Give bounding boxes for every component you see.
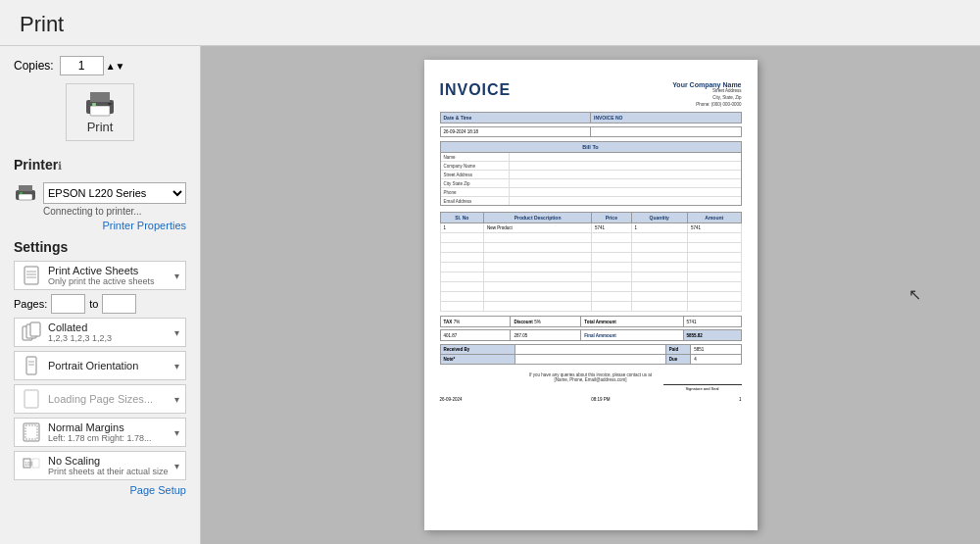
printer-name-select[interactable]: EPSON L220 Series [43,182,186,204]
margins-label: Normal Margins [48,421,172,433]
printer-section-title: Printer [14,157,58,173]
collated-icon [21,321,42,343]
collated-label: Collated [48,321,172,333]
setting-page-size[interactable]: Loading Page Sizes... ▾ [14,384,186,414]
printer-thumb-icon [14,184,37,202]
setting-scaling[interactable]: 100 No Scaling Print sheets at their act… [14,451,186,480]
bill-row-name: Name [441,153,741,162]
copies-row: Copies: ▲▼ [14,56,186,75]
active-sheets-arrow: ▾ [174,271,179,281]
tax-cell: TAX 7% [441,317,512,326]
table-row: 1 New Product 5741 1 5741 [440,223,741,233]
discount-cell: Discount 5% [511,317,581,326]
page-title: Print [20,12,64,36]
footer-time: 08:19 PM [591,397,610,402]
meta-invno-val [591,127,741,136]
footer-page: 1 [739,397,742,402]
final-amt-val: 5855.82 [684,330,741,340]
invoice-meta-values: 26-09-2024 18:18 [440,126,742,137]
pages-to-label: to [89,298,98,310]
margins-icon [21,421,42,443]
svg-rect-2 [90,106,110,116]
items-table: Sl. No Product Description Price Quantit… [440,212,742,312]
copies-input[interactable] [60,56,104,75]
total-amt-val: 5741 [684,317,741,326]
setting-orientation[interactable]: Portrait Orientation ▾ [14,351,186,380]
page-size-arrow: ▾ [174,394,179,405]
preview-area: INVOICE Your Company Name Street Address… [201,46,980,544]
svg-rect-6 [19,185,32,191]
svg-rect-4 [108,103,112,105]
table-row [440,263,741,272]
payment-table: Received By Paid 5851 Note* Due 4 [440,344,742,365]
invoice-company-name: Your Company Name [672,81,741,88]
total-amt-cell: Total Ammount [581,317,683,326]
copies-spinner[interactable]: ▲▼ [106,61,125,72]
payment-row-2: Note* Due 4 [440,355,741,365]
meta-date-header: Date & Time [441,113,592,123]
info-icon: ℹ [58,160,62,173]
invoice-footer-bottom: 26-09-2024 08:19 PM 1 [440,397,742,402]
invoice-title: INVOICE [440,81,512,99]
settings-section-title: Settings [14,239,186,255]
printer-status: Connecting to printer... [43,206,186,217]
invoice-meta: Date & Time INVOICE NO [440,112,742,124]
scaling-arrow: ▾ [174,461,179,471]
footer-contact: [Name, Phone, Email@address.com] [440,377,742,382]
page-size-icon [21,388,42,410]
svg-rect-1 [90,92,110,102]
table-row [440,233,741,243]
bill-to-table: Name Company Name Street Address City St… [440,152,742,206]
bill-row-phone: Phone [441,188,741,197]
th-price: Price [592,213,631,223]
printer-properties-link[interactable]: Printer Properties [14,220,186,231]
table-row [440,292,741,302]
pages-to-input[interactable] [102,294,136,314]
th-qty: Quantity [631,213,687,223]
collated-arrow: ▾ [174,327,179,338]
discount-val-cell: 287.05 [511,330,581,340]
th-amt: Amount [687,213,741,223]
bill-row-email: Email Address [441,197,741,205]
collated-sub: 1,2,3 1,2,3 1,2,3 [48,333,172,343]
title-bar: Print [0,0,980,46]
bill-row-company: Company Name [441,162,741,171]
th-desc: Product Description [484,213,592,223]
table-row [440,272,741,282]
margins-arrow: ▾ [174,427,179,438]
page-setup-link[interactable]: Page Setup [14,484,186,496]
tax-val-cell: 401.87 [441,330,512,340]
page-size-label: Loading Page Sizes... [48,393,172,405]
setting-margins[interactable]: Normal Margins Left: 1.78 cm Right: 1.78… [14,418,186,447]
payment-row-1: Received By Paid 5851 [440,345,741,355]
th-slno: Sl. No [440,213,484,223]
orientation-arrow: ▾ [174,361,179,371]
svg-rect-8 [20,192,23,194]
printer-row: EPSON L220 Series [14,182,186,204]
print-btn-area: Copies: ▲▼ Print [14,56,186,141]
scaling-label: No Scaling [48,455,172,467]
active-sheets-sub: Only print the active sheets [48,276,172,286]
pages-label: Pages: [14,298,47,310]
print-button[interactable]: Print [66,83,134,141]
invoice-footer-sig: Signature and Seal [440,384,742,391]
setting-active-sheets[interactable]: Print Active Sheets Only print the activ… [14,261,186,290]
meta-date-val: 26-09-2024 18:18 [441,127,592,136]
svg-rect-3 [92,103,96,106]
setting-collated[interactable]: Collated 1,2,3 1,2,3 1,2,3 ▾ [14,318,186,347]
svg-text:100: 100 [24,461,33,467]
mouse-cursor: ↖ [908,285,921,304]
invoice-header: INVOICE Your Company Name Street Address… [440,81,742,108]
svg-rect-23 [32,459,39,468]
signature-line: Signature and Seal [663,384,742,391]
pages-from-input[interactable] [51,294,85,314]
scaling-sub: Print sheets at their actual size [48,467,172,476]
final-amt-label: Final Ammount [581,330,683,340]
main-content: Copies: ▲▼ Print Printer ℹ [0,46,980,544]
printer-icon [82,90,118,118]
printer-section: Printer ℹ EPSON L220 Series Connecting t… [14,153,186,231]
meta-invno-header: INVOICE NO [591,113,741,123]
copies-label: Copies: [14,59,54,73]
svg-rect-19 [24,390,38,408]
bill-to-header: Bill To [440,141,742,152]
